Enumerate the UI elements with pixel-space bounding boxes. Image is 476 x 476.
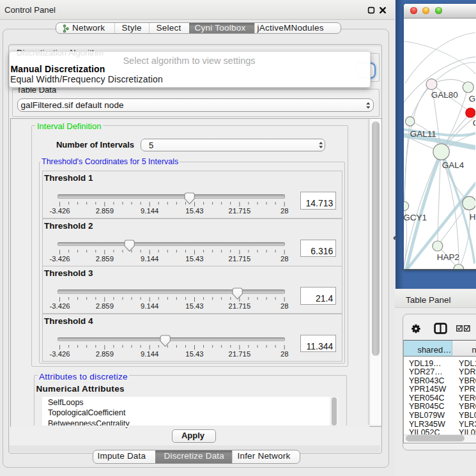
svg-text:GCY1: GCY1	[404, 212, 427, 222]
svg-text:GAL4: GAL4	[442, 160, 464, 170]
svg-text:H: H	[470, 211, 476, 221]
svg-text:GAL80: GAL80	[431, 89, 458, 99]
svg-text:GAL11: GAL11	[410, 128, 436, 138]
svg-text:HAP2: HAP2	[437, 252, 459, 261]
svg-text:GA: GA	[469, 93, 476, 103]
svg-text:C: C	[473, 118, 476, 128]
